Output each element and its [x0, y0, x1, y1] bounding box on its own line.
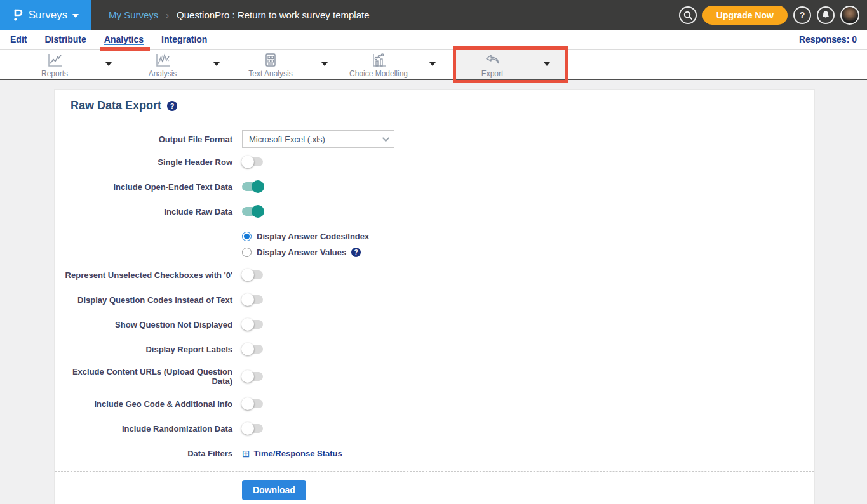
unselected-checkboxes-row: Represent Unselected Checkboxes with '0'	[55, 268, 814, 282]
toolbar-text-analysis-dropdown[interactable]	[306, 50, 343, 79]
questionpro-logo-icon	[12, 8, 24, 22]
help-button[interactable]: ?	[793, 6, 811, 24]
single-header-row-row: Single Header Row	[55, 155, 814, 169]
toolbar-analysis-label: Analysis	[149, 69, 177, 78]
search-button[interactable]	[679, 6, 697, 24]
toolbar-export-label: Export	[481, 69, 504, 78]
include-open-ended-row: Include Open-Ended Text Data	[55, 180, 814, 194]
notifications-button[interactable]	[817, 6, 835, 24]
toggle-knob	[241, 422, 254, 435]
radio-button[interactable]	[242, 248, 252, 257]
chevron-down-icon	[213, 62, 220, 66]
question-codes-row: Display Question Codes instead of Text	[55, 293, 814, 307]
toolbar-analysis-button[interactable]: Analysis	[127, 50, 198, 79]
toolbar-group-export: Export	[456, 50, 565, 79]
tab-edit[interactable]: Edit	[10, 33, 27, 46]
toolbar-analysis-dropdown[interactable]	[198, 50, 235, 79]
search-icon	[683, 11, 692, 20]
toolbar-group-choice-modelling: Choice Modelling	[343, 50, 451, 79]
download-button[interactable]: Download	[242, 480, 306, 500]
tab-analytics[interactable]: Analytics	[104, 33, 144, 46]
toggle-knob	[252, 180, 264, 193]
chevron-down-icon	[72, 14, 79, 18]
time-response-status-link[interactable]: ⊞ Time/Response Status	[242, 449, 342, 458]
breadcrumb-current-survey: QuestionPro : Return to work survey temp…	[177, 10, 369, 20]
toggle-knob	[241, 370, 254, 383]
exclude-content-urls-toggle[interactable]	[242, 372, 263, 381]
tab-integration[interactable]: Integration	[161, 33, 208, 46]
toolbar-text-analysis-button[interactable]: Text Analysis	[235, 50, 306, 79]
trend-chart-icon	[154, 53, 171, 68]
exclude-content-urls-row: Exclude Content URLs (Upload Question Da…	[55, 367, 814, 386]
main-content: Raw Data Export Output File Format Micro…	[0, 80, 867, 504]
output-file-format-row: Output File Format Microsoft Excel (.xls…	[55, 130, 814, 148]
question-not-displayed-row: Show Question Not Displayed	[55, 317, 814, 331]
include-raw-data-toggle[interactable]	[242, 207, 263, 216]
include-raw-data-row: Include Raw Data	[55, 204, 814, 218]
randomization-data-toggle[interactable]	[242, 424, 263, 433]
report-labels-row: Display Report Labels	[55, 342, 814, 356]
breadcrumb-separator: ›	[166, 10, 169, 20]
toggle-knob	[241, 343, 254, 355]
text-grid-icon	[263, 53, 278, 68]
question-not-displayed-label: Show Question Not Displayed	[55, 320, 232, 329]
randomization-data-row: Include Randomization Data	[55, 421, 814, 435]
toolbar-reports-dropdown[interactable]	[90, 50, 127, 79]
product-name: Surveys	[29, 9, 67, 22]
toggle-knob	[241, 318, 254, 331]
radio-display-answer-values[interactable]: Display Answer Values	[242, 248, 814, 257]
toolbar-export-button[interactable]: Export	[456, 50, 528, 79]
toggle-knob	[241, 293, 254, 306]
toolbar-text-analysis-label: Text Analysis	[248, 69, 292, 78]
radio-display-answer-codes[interactable]: Display Answer Codes/Index	[242, 232, 814, 241]
single-header-row-toggle[interactable]	[242, 157, 263, 166]
question-codes-toggle[interactable]	[242, 295, 263, 304]
toolbar-group-analysis: Analysis	[127, 50, 235, 79]
report-labels-toggle[interactable]	[242, 345, 263, 354]
expand-plus-icon: ⊞	[242, 449, 250, 458]
analytics-toolbar: Reports Analysis	[0, 50, 867, 80]
breadcrumb-my-surveys[interactable]: My Surveys	[109, 10, 158, 20]
radio-button[interactable]	[242, 232, 252, 241]
question-not-displayed-toggle[interactable]	[242, 320, 263, 329]
user-avatar[interactable]	[840, 6, 859, 25]
single-header-row-label: Single Header Row	[55, 157, 232, 167]
toolbar-choice-modelling-label: Choice Modelling	[349, 69, 408, 78]
include-open-ended-toggle[interactable]	[242, 182, 263, 191]
output-file-format-select[interactable]: Microsoft Excel (.xls)	[242, 130, 394, 148]
answer-values-help-icon[interactable]	[351, 248, 361, 257]
selected-format-value: Microsoft Excel (.xls)	[249, 135, 325, 144]
bell-icon	[821, 10, 830, 20]
toggle-knob	[241, 397, 254, 410]
geo-code-toggle[interactable]	[242, 399, 263, 408]
randomization-data-label: Include Randomization Data	[55, 424, 232, 434]
scatter-chart-icon	[370, 53, 387, 68]
breadcrumb: My Surveys › QuestionPro : Return to wor…	[91, 0, 370, 30]
data-filters-row: Data Filters ⊞ Time/Response Status	[55, 446, 814, 460]
header-actions: Upgrade Now ?	[679, 0, 859, 30]
tab-distribute[interactable]: Distribute	[44, 33, 86, 46]
upgrade-now-button[interactable]: Upgrade Now	[702, 6, 788, 25]
geo-code-label: Include Geo Code & Additional Info	[55, 399, 232, 409]
toolbar-choice-modelling-dropdown[interactable]	[414, 50, 451, 79]
include-open-ended-label: Include Open-Ended Text Data	[55, 182, 232, 192]
include-raw-data-label: Include Raw Data	[55, 207, 232, 216]
product-switcher[interactable]: Surveys	[0, 0, 91, 30]
toggle-knob	[241, 269, 254, 281]
raw-data-export-help-icon[interactable]	[167, 101, 177, 111]
panel-header: Raw Data Export	[55, 90, 814, 121]
exclude-content-urls-label: Exclude Content URLs (Upload Question Da…	[55, 367, 232, 386]
toolbar-reports-button[interactable]: Reports	[19, 50, 90, 79]
radio-label-codes-index: Display Answer Codes/Index	[257, 232, 369, 241]
chevron-down-icon	[544, 62, 550, 66]
unselected-checkboxes-toggle[interactable]	[242, 270, 263, 279]
survey-section-nav: Edit Distribute Analytics Integration Re…	[0, 30, 867, 50]
toolbar-choice-modelling-button[interactable]: Choice Modelling	[343, 50, 414, 79]
question-codes-label: Display Question Codes instead of Text	[55, 295, 232, 305]
toolbar-export-dropdown[interactable]	[528, 50, 565, 79]
output-file-format-label: Output File Format	[55, 135, 232, 144]
red-annotation-underline	[100, 47, 150, 51]
toggle-knob	[241, 156, 254, 168]
export-options-form: Output File Format Microsoft Excel (.xls…	[55, 121, 814, 460]
chevron-down-icon	[321, 62, 328, 66]
